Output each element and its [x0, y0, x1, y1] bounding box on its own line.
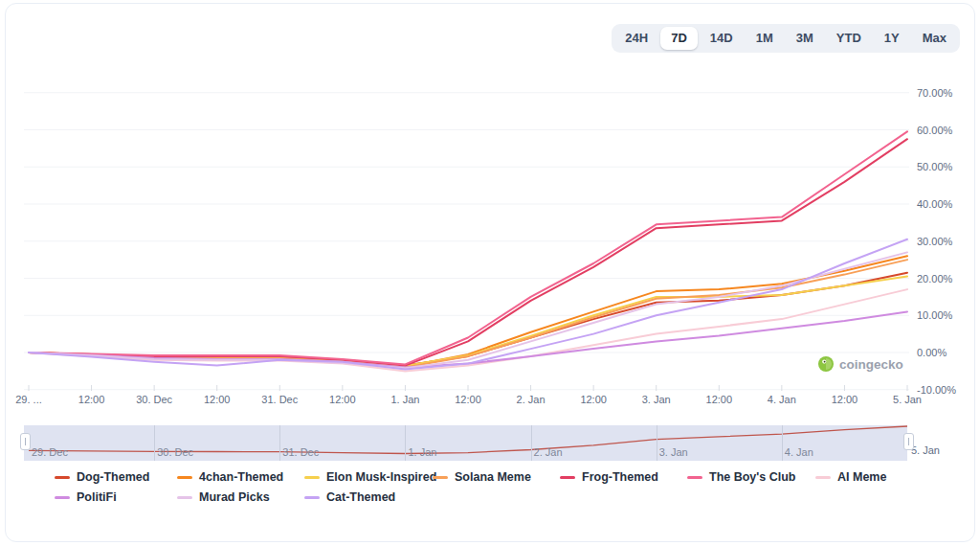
legend-item-cat-themed[interactable]: Cat-Themed	[304, 491, 433, 505]
legend-swatch	[304, 476, 320, 479]
x-axis-label: 12:00	[832, 394, 858, 405]
legend-label: The Boy's Club	[709, 471, 795, 485]
legend-label: Frog-Themed	[582, 471, 658, 485]
range-button-24h[interactable]: 24H	[614, 27, 658, 50]
x-axis-label: 12:00	[706, 394, 733, 405]
navigator-gridline	[782, 425, 783, 461]
navigator-label: 30. Dec	[157, 446, 193, 458]
gecko-icon	[818, 356, 834, 372]
navigator-right-handle[interactable]	[903, 433, 914, 450]
y-axis-label: 20.00%	[917, 273, 952, 284]
legend-swatch	[815, 476, 831, 479]
legend-item-the-boy-s-club[interactable]: The Boy's Club	[687, 471, 815, 485]
y-axis-label: -10.00%	[917, 384, 956, 396]
watermark-text: coingecko	[839, 357, 903, 372]
legend-swatch	[177, 496, 192, 499]
legend-item-4chan-themed[interactable]: 4chan-Themed	[177, 471, 304, 485]
series-line-4chan-themed	[29, 256, 907, 366]
series-line-murad-picks	[29, 252, 907, 368]
chart-legend: Dog-Themed4chan-ThemedElon Musk-Inspired…	[55, 471, 886, 505]
navigator-label: 31. Dec	[282, 446, 319, 458]
legend-swatch	[304, 496, 320, 499]
range-button-3m[interactable]: 3M	[786, 27, 824, 50]
coingecko-watermark[interactable]: coingecko	[818, 356, 903, 372]
navigator-label-outside: 5. Jan	[911, 444, 940, 456]
navigator-gridline	[657, 425, 657, 461]
y-axis-label: 70.00%	[917, 87, 952, 99]
legend-swatch	[55, 496, 70, 499]
range-button-7d[interactable]: 7D	[660, 27, 698, 50]
x-axis-label: 29. ...	[15, 394, 42, 405]
legend-label: AI Meme	[837, 471, 886, 485]
x-axis-label: 1. Jan	[390, 394, 419, 405]
range-button-14d[interactable]: 14D	[700, 27, 744, 50]
legend-label: Cat-Themed	[326, 491, 395, 505]
series-line-frog-themed	[29, 139, 907, 365]
range-button-1y[interactable]: 1Y	[874, 27, 910, 50]
y-axis-labels: 70.00%60.00%50.00%40.00%30.00%20.00%10.0…	[917, 77, 976, 395]
y-axis-label: 30.00%	[917, 236, 952, 247]
y-axis-label: 10.00%	[917, 309, 952, 321]
navigator-gridline	[154, 425, 155, 461]
legend-item-murad-picks[interactable]: Murad Picks	[177, 491, 304, 505]
legend-item-frog-themed[interactable]: Frog-Themed	[560, 471, 687, 485]
range-button-1m[interactable]: 1M	[746, 27, 784, 50]
navigator-label: 3. Jan	[659, 446, 688, 458]
x-axis-label: 2. Jan	[517, 394, 546, 405]
legend-label: Murad Picks	[199, 491, 270, 505]
legend-swatch	[433, 476, 448, 479]
legend-item-elon-musk-inspired[interactable]: Elon Musk-Inspired	[304, 471, 433, 485]
x-axis-labels: 29. ...12:0030. Dec12:0031. Dec12:001. J…	[24, 394, 919, 409]
navigator-label: 4. Jan	[785, 446, 813, 458]
legend-label: Solana Meme	[455, 471, 531, 485]
legend-item-solana-meme[interactable]: Solana Meme	[433, 471, 560, 485]
navigator-label: 29. Dec	[32, 446, 68, 458]
series-line-solana-meme	[29, 260, 907, 367]
time-range-selector: 24H7D14D1M3MYTD1YMax	[612, 24, 960, 53]
x-axis-label: 31. Dec	[261, 394, 298, 405]
x-axis-label: 3. Jan	[642, 394, 671, 405]
y-axis-label: 0.00%	[917, 347, 947, 358]
legend-swatch	[55, 476, 70, 479]
legend-item-dog-themed[interactable]: Dog-Themed	[55, 471, 177, 485]
x-axis-label: 30. Dec	[136, 394, 172, 405]
series-line-cat-themed	[29, 239, 907, 370]
x-axis-label: 5. Jan	[893, 394, 922, 405]
navigator-gridline	[405, 425, 406, 461]
x-axis-label: 4. Jan	[768, 394, 796, 405]
navigator-label: 1. Jan	[408, 446, 436, 458]
legend-swatch	[687, 476, 702, 479]
x-axis-label: 12:00	[455, 394, 481, 405]
navigator-label: 2. Jan	[534, 446, 563, 458]
main-line-chart[interactable]	[24, 77, 909, 395]
legend-swatch	[560, 476, 575, 479]
x-axis-label: 12:00	[329, 394, 356, 405]
legend-label: Dog-Themed	[77, 471, 149, 485]
legend-label: PolitiFi	[77, 491, 117, 505]
y-axis-label: 60.00%	[917, 125, 952, 136]
navigator-gridline	[279, 425, 280, 461]
x-axis-label: 12:00	[78, 394, 105, 405]
y-axis-label: 40.00%	[917, 198, 952, 210]
y-axis-label: 50.00%	[917, 161, 952, 172]
navigator-gridline	[531, 425, 532, 461]
x-axis-label: 12:00	[580, 394, 607, 405]
legend-item-ai-meme[interactable]: AI Meme	[815, 471, 886, 485]
legend-label: 4chan-Themed	[199, 471, 283, 485]
navigator-scrollbar[interactable]: 29. Dec30. Dec31. Dec1. Jan2. Jan3. Jan4…	[24, 425, 907, 461]
legend-label: Elon Musk-Inspired	[326, 471, 436, 485]
navigator-left-handle[interactable]	[20, 433, 31, 450]
legend-swatch	[177, 476, 192, 479]
range-button-max[interactable]: Max	[912, 27, 957, 50]
range-button-ytd[interactable]: YTD	[826, 27, 872, 50]
x-axis-label: 12:00	[204, 394, 231, 405]
legend-item-politifi[interactable]: PolitiFi	[55, 491, 177, 505]
